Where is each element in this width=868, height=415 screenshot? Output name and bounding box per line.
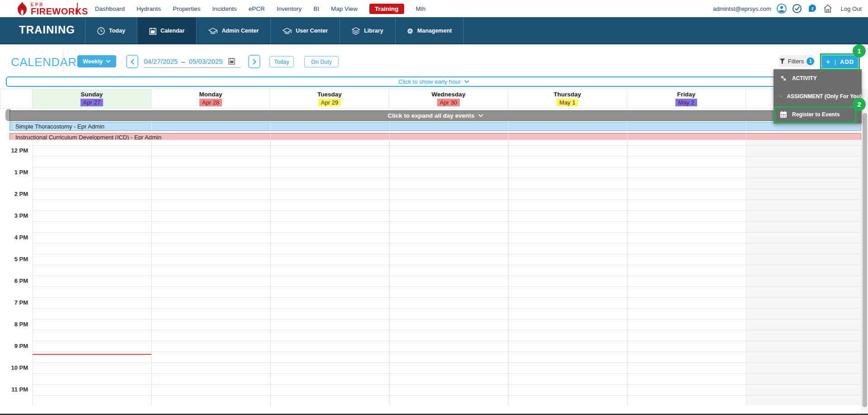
module-item-management[interactable]: ⚙ Management xyxy=(395,17,464,44)
module-item-admin-center[interactable]: Admin Center xyxy=(196,17,270,44)
today-button[interactable]: Today xyxy=(269,56,294,67)
date-separator: – xyxy=(181,57,185,65)
prev-week-button[interactable] xyxy=(126,55,138,68)
time-gutter-header xyxy=(0,89,33,109)
module-item-today[interactable]: Today xyxy=(85,17,137,44)
menu-item-activity[interactable]: ACTIVITY xyxy=(774,69,862,87)
day-date-chip[interactable]: Apr 29 xyxy=(318,99,341,106)
module-item-label: Management xyxy=(417,28,452,34)
module-item-label: Library xyxy=(364,28,383,34)
allday-event-icd[interactable]: Instructional Curriculum Development (IC… xyxy=(9,133,861,140)
vertical-scrollbar-thumb[interactable] xyxy=(863,113,867,407)
home-icon[interactable] xyxy=(823,4,833,14)
module-title: TRAINING xyxy=(19,24,75,36)
module-item-calendar[interactable]: Calendar xyxy=(137,17,197,44)
menu-item-label: ACTIVITY xyxy=(792,75,817,81)
calendar-icon xyxy=(149,27,156,35)
annotation-step-2-number: 2 xyxy=(857,100,861,108)
week-time-grid[interactable]: 12 PM 1 PM 2 PM 3 PM 4 PM 5 PM 6 PM 7 PM… xyxy=(0,140,862,405)
annotation-step-1-number: 1 xyxy=(857,47,861,55)
module-nav-items: Today Calendar Admin Center User Center xyxy=(85,17,464,44)
day-date-chip[interactable]: May 2 xyxy=(675,99,697,106)
day-header-friday[interactable]: Friday May 2 xyxy=(627,89,746,109)
module-nav-bar: TRAINING Today Calendar Admin Center xyxy=(0,17,868,44)
column-divider xyxy=(627,140,627,405)
hour-label-11pm: 11 PM xyxy=(0,384,28,395)
nav-item-bi[interactable]: BI xyxy=(313,5,319,12)
date-start: 04/27/2025 xyxy=(144,57,178,65)
date-picker-calendar-icon[interactable] xyxy=(228,57,235,65)
date-end: 05/03/2025 xyxy=(189,57,222,65)
hour-label-5pm: 5 PM xyxy=(0,254,28,265)
next-week-button[interactable] xyxy=(248,55,260,68)
module-item-user-center[interactable]: User Center xyxy=(270,17,340,44)
day-name: Wednesday xyxy=(389,91,508,98)
nav-item-properties[interactable]: Properties xyxy=(173,5,201,12)
column-divider xyxy=(389,140,390,405)
user-avatar-icon[interactable] xyxy=(777,4,787,14)
chat-icon[interactable]: 2 xyxy=(807,4,817,14)
module-item-library[interactable]: Library xyxy=(340,17,395,44)
nav-item-hydrants[interactable]: Hydrants xyxy=(137,5,161,12)
log-out-button[interactable]: Log Out xyxy=(841,5,862,12)
nav-item-training[interactable]: Training xyxy=(369,4,404,14)
top-nav-bar: EPR FIREWORKS Dashboard Hydrants Propert… xyxy=(0,0,868,17)
person-icon xyxy=(780,93,782,100)
hour-label-9pm: 9 PM xyxy=(0,341,28,352)
nav-item-map-view[interactable]: Map View xyxy=(331,5,358,12)
column-divider xyxy=(151,140,152,405)
day-date-chip[interactable]: Apr 28 xyxy=(199,99,222,106)
graduation-cap-icon xyxy=(283,27,292,35)
current-time-indicator xyxy=(33,354,151,355)
day-header-monday[interactable]: Monday Apr 28 xyxy=(151,89,270,109)
day-header-sunday[interactable]: Sunday Apr 27 xyxy=(33,89,151,109)
add-button[interactable]: + | ADD xyxy=(822,55,858,68)
expand-all-day-events-bar[interactable]: Click to expand all day events xyxy=(9,110,861,121)
nav-item-dashboard[interactable]: Dashboard xyxy=(95,5,125,12)
hour-label-2pm: 2 PM xyxy=(0,189,28,200)
show-early-hour-bar[interactable]: Click to show early hour xyxy=(6,76,862,87)
day-name: Sunday xyxy=(33,91,151,98)
annotation-step-2: 2 xyxy=(853,98,866,111)
day-header-row: Sunday Apr 27 Monday Apr 28 Tuesday Apr … xyxy=(0,89,862,109)
nav-item-inventory[interactable]: Inventory xyxy=(277,5,302,12)
filters-count-badge: 1 xyxy=(807,57,814,65)
logo-fireworks-text: FIREWORKS xyxy=(31,8,88,15)
hour-label-12pm: 12 PM xyxy=(0,145,28,156)
day-header-tuesday[interactable]: Tuesday Apr 29 xyxy=(270,89,389,109)
allday-event-simple-thoracostomy[interactable]: Simple Thoracostomy - Epr Admin xyxy=(9,122,861,131)
layers-icon xyxy=(352,27,360,35)
day-date-chip[interactable]: May 1 xyxy=(557,99,578,106)
menu-item-assignment[interactable]: ASSIGNMENT (Only For You) xyxy=(774,87,862,105)
day-date-chip[interactable]: Apr 27 xyxy=(80,99,103,106)
hour-label-10pm: 10 PM xyxy=(0,363,28,373)
nav-item-epcr[interactable]: ePCR xyxy=(249,5,265,12)
column-divider xyxy=(746,140,746,405)
user-email: admintst@eprsys.com xyxy=(713,5,771,12)
hour-label-1pm: 1 PM xyxy=(0,167,28,178)
day-header-thursday[interactable]: Thursday May 1 xyxy=(508,89,627,109)
event-title: Simple Thoracostomy - Epr Admin xyxy=(15,123,104,130)
training-calendar-page: EPR FIREWORKS Dashboard Hydrants Propert… xyxy=(0,0,868,415)
day-header-wednesday[interactable]: Wednesday Apr 30 xyxy=(389,89,508,109)
annotation-box-step2 xyxy=(774,106,856,123)
day-date-chip[interactable]: Apr 30 xyxy=(437,99,460,106)
hour-label-7pm: 7 PM xyxy=(0,297,28,308)
grid-row-lines xyxy=(33,140,862,405)
day-name: Tuesday xyxy=(270,91,389,98)
filters-button-label: Filters xyxy=(788,58,804,65)
module-item-label: Calendar xyxy=(160,28,185,34)
graduation-cap-icon xyxy=(208,27,217,35)
date-range-picker[interactable]: 04/27/2025 – 05/03/2025 xyxy=(144,55,241,68)
view-selector-dropdown[interactable]: Weekly xyxy=(77,55,116,67)
nav-item-mih[interactable]: Mih xyxy=(416,5,426,12)
day-name: Thursday xyxy=(508,91,627,98)
expand-all-day-label: Click to expand all day events xyxy=(387,112,474,119)
module-item-label: Admin Center xyxy=(222,28,259,34)
check-circle-icon[interactable] xyxy=(792,4,802,14)
module-item-label: Today xyxy=(109,28,125,34)
filters-button[interactable]: Filters 1 xyxy=(779,55,815,67)
flame-logo-icon xyxy=(16,2,28,15)
on-duty-button[interactable]: On Duty xyxy=(304,56,339,67)
nav-item-incidents[interactable]: Incidents xyxy=(212,5,237,12)
